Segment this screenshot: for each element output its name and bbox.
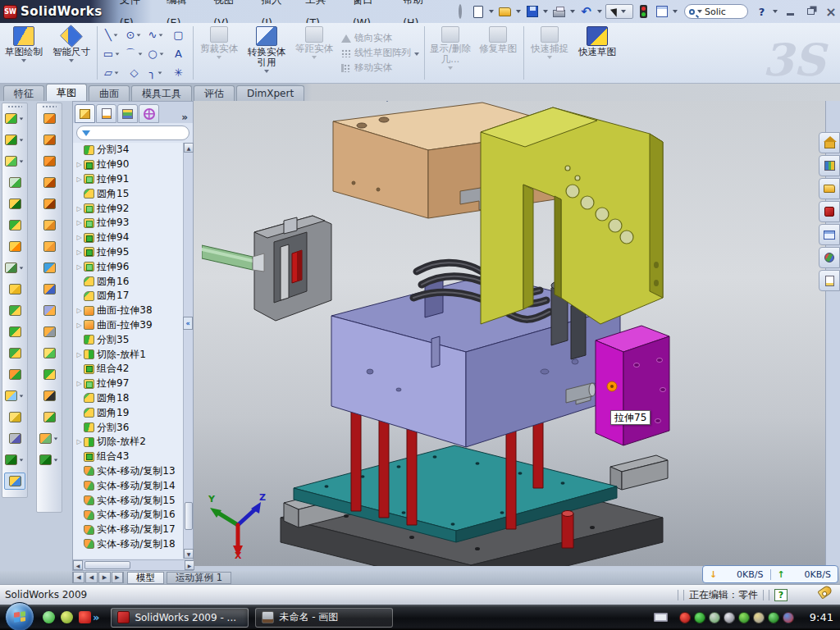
knit-surface-icon[interactable] — [39, 217, 60, 234]
pin-toolbar-icon[interactable] — [452, 4, 468, 19]
tree-item[interactable]: 曲面-拉伸38 — [73, 304, 185, 318]
firewall-icon[interactable] — [694, 612, 705, 623]
measure-icon[interactable] — [4, 472, 25, 490]
tree-item[interactable]: 圆角19 — [73, 405, 185, 420]
file-explorer-icon[interactable] — [819, 178, 840, 199]
custom-properties-icon[interactable] — [819, 270, 840, 291]
scroll-left-button[interactable]: ◀ — [73, 560, 83, 570]
sketch-fillet-icon[interactable]: ╮ — [145, 63, 167, 82]
extruded-boss-icon[interactable] — [4, 110, 25, 127]
messenger-icon[interactable] — [43, 611, 55, 623]
view-tab[interactable]: 模型 — [127, 572, 164, 584]
view-tab[interactable]: 运动算例 1 — [167, 572, 231, 584]
first-tab-button[interactable]: ◀ — [72, 572, 84, 583]
solidworks-shortcut-icon[interactable] — [79, 611, 91, 623]
tree-vertical-scrollbar[interactable]: ▲ ▼ — [183, 143, 193, 559]
scroll-up-button[interactable]: ▲ — [184, 143, 194, 153]
section-view-icon[interactable] — [446, 101, 465, 105]
draft-icon[interactable] — [4, 302, 25, 319]
quick-snaps-button[interactable]: 快速捕捉 — [526, 23, 573, 83]
chamfer-icon[interactable] — [4, 174, 25, 191]
apply-scene-icon[interactable] — [561, 101, 580, 105]
edit-appearance-icon[interactable] — [538, 101, 557, 105]
options-button[interactable] — [654, 4, 669, 19]
expand-arrow-icon[interactable] — [75, 263, 83, 271]
text-icon[interactable]: A — [167, 44, 189, 63]
tree-item[interactable]: 拉伸90 — [73, 158, 185, 172]
close-button[interactable] — [822, 5, 840, 18]
move-entities-button[interactable]: 移动实体 — [341, 62, 419, 74]
tree-item[interactable]: 组合42 — [73, 362, 185, 377]
help-button[interactable] — [754, 4, 769, 19]
sync-blocked-icon[interactable] — [783, 612, 794, 623]
tree-item[interactable]: 组合43 — [73, 450, 185, 464]
command-tab[interactable]: 草图 — [46, 84, 87, 101]
open-file-button[interactable] — [497, 4, 513, 19]
power-icon[interactable] — [738, 612, 750, 623]
tree-item[interactable]: 拉伸94 — [73, 231, 185, 245]
quick-launch-chevron[interactable]: » — [93, 611, 99, 623]
line-icon[interactable]: ╲ — [101, 25, 123, 44]
combine-feature-icon[interactable] — [4, 345, 25, 362]
filled-surface-icon[interactable] — [39, 366, 60, 383]
command-tab[interactable]: 评估 — [194, 85, 235, 101]
expand-arrow-icon[interactable] — [75, 322, 83, 329]
expand-arrow-icon[interactable] — [75, 205, 83, 212]
offset-entities-button[interactable]: 等距实体 — [290, 23, 338, 83]
dimxpertmanager-tab[interactable] — [139, 104, 159, 123]
expand-arrow-icon[interactable] — [75, 161, 83, 168]
windows-update-icon[interactable] — [709, 612, 720, 623]
planar-surface-icon[interactable] — [39, 238, 60, 255]
appearances-icon[interactable] — [819, 247, 840, 268]
options-dropdown[interactable] — [673, 10, 678, 13]
horizontal-scroll-thumb[interactable] — [84, 561, 130, 569]
tree-item[interactable]: 圆角17 — [73, 289, 185, 304]
save-dropdown[interactable] — [543, 10, 548, 13]
search-input[interactable]: Solic — [684, 4, 748, 19]
scroll-down-button[interactable]: ▼ — [184, 549, 194, 559]
smart-dimension-button[interactable]: 智能尺寸 — [48, 23, 95, 83]
lofted-surface-icon[interactable] — [39, 195, 60, 212]
display-style-icon[interactable] — [492, 101, 511, 105]
delete-face-icon[interactable] — [39, 387, 60, 404]
linear-sketch-pattern-button[interactable]: 线性草图阵列 — [341, 47, 419, 59]
spline-icon[interactable]: ∿ — [145, 25, 167, 44]
fillet-feature-icon[interactable] — [4, 153, 25, 170]
tree-item[interactable]: 圆角16 — [73, 274, 185, 289]
select-tool-button[interactable] — [605, 4, 633, 19]
tree-item[interactable]: 实体-移动/复制14 — [73, 478, 185, 493]
trim-entities-button[interactable]: 剪裁实体 — [195, 23, 243, 83]
tree-item[interactable]: 圆角18 — [73, 391, 185, 406]
offset-surface-icon[interactable] — [39, 259, 60, 276]
expand-arrow-icon[interactable] — [75, 307, 83, 314]
propertymanager-tab[interactable] — [96, 104, 116, 123]
curve-icon[interactable] — [4, 451, 25, 468]
surface-curve-icon[interactable] — [39, 451, 60, 468]
linear-pattern-icon[interactable] — [4, 259, 25, 276]
mirror-entities-button[interactable]: 镜向实体 — [341, 32, 419, 44]
ellipse-icon[interactable]: ○ — [145, 44, 167, 63]
new-file-button[interactable] — [470, 4, 486, 19]
tree-item[interactable]: 分割34 — [73, 143, 185, 158]
print-dropdown[interactable] — [570, 10, 575, 13]
split-feature-icon[interactable] — [4, 323, 25, 340]
extruded-cut-icon[interactable] — [4, 131, 25, 148]
tree-item[interactable]: 分割35 — [73, 332, 185, 347]
network-warning-icon[interactable] — [753, 612, 765, 623]
tree-item[interactable]: 圆角15 — [73, 186, 185, 201]
extruded-surface-icon[interactable] — [39, 153, 60, 170]
point-icon[interactable]: ✳ — [167, 63, 189, 82]
display-delete-relations-button[interactable]: 显示/删除几... — [427, 23, 474, 83]
tree-item[interactable]: 拉伸96 — [73, 259, 185, 274]
taskbar-window-button[interactable]: 未命名 - 画图 — [255, 608, 393, 628]
defender-icon[interactable] — [768, 612, 779, 623]
boundary-surface-icon[interactable] — [39, 174, 60, 191]
zoom-area-icon[interactable] — [400, 101, 419, 105]
graphics-viewport[interactable]: 拉伸75 Y Z X — [194, 101, 825, 566]
tree-item[interactable]: 实体-移动/复制18 — [73, 537, 185, 552]
tree-item[interactable]: 拉伸97 — [73, 377, 185, 391]
polygon-icon[interactable]: ◇ — [123, 63, 145, 82]
search-scope-dropdown[interactable] — [697, 10, 702, 13]
expand-arrow-icon[interactable] — [75, 249, 83, 256]
command-tab[interactable]: 曲面 — [89, 85, 130, 101]
